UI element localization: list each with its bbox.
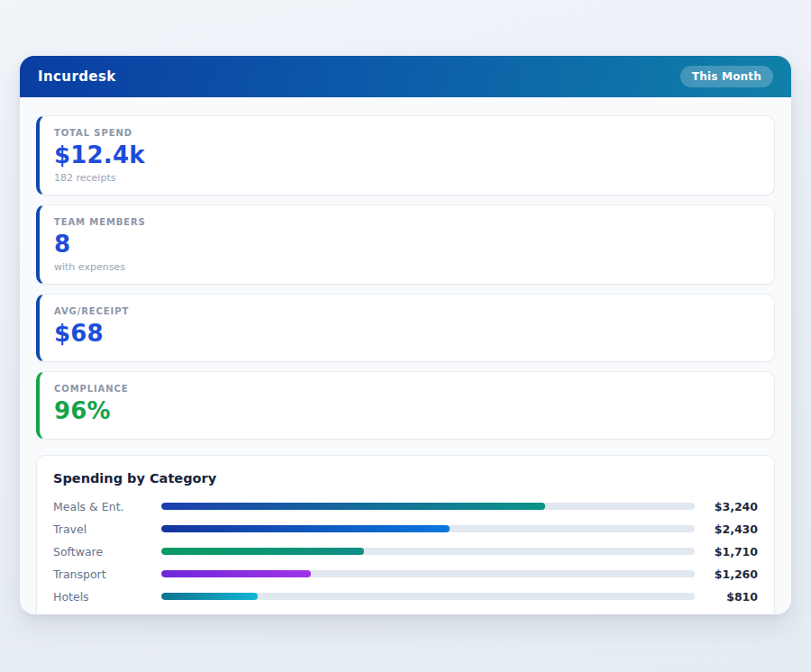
bar-value: $2,430 [695,522,758,536]
chart-row-hotels: Hotels $810 [53,586,758,608]
chart-row-software: Software $1,710 [53,540,758,563]
bar-meals [161,503,545,510]
bar-track [161,570,695,577]
chart-row-transport: Transport $1,260 [53,563,758,586]
period-badge[interactable]: This Month [680,66,773,87]
bar-track [161,525,695,532]
bar-track [161,548,695,555]
chart-title: Spending by Category [53,471,758,486]
bar-value: $3,240 [695,500,758,513]
stat-card-total-spend: TOTAL SPEND $12.4k 182 receipts [36,115,775,195]
bar-value: $1,710 [695,545,758,558]
stat-card-avg-receipt: AVG/RECEIPT $68 [36,294,775,362]
app-header: Incurdesk This Month [20,56,791,97]
stat-label: COMPLIANCE [54,384,758,394]
category-label: Transport [53,568,161,581]
bar-hotels [161,593,258,600]
category-label: Meals & Ent. [53,500,161,513]
bar-value: $1,260 [695,568,758,581]
stat-value: 8 [54,232,758,259]
chart-row-meals: Meals & Ent. $3,240 [53,495,758,518]
stat-label: AVG/RECEIPT [54,306,758,316]
bar-value: $810 [695,590,758,604]
stat-card-team-members: TEAM MEMBERS 8 with expenses [36,204,775,285]
stat-subtitle: with expenses [54,261,758,273]
category-label: Hotels [53,590,161,604]
category-label: Software [53,545,161,558]
stat-value: $12.4k [54,142,758,169]
chart-row-travel: Travel $2,430 [53,518,758,540]
bar-software [161,548,364,555]
spending-by-category-card: Spending by Category Meals & Ent. $3,240… [36,455,775,614]
stat-value: $68 [54,321,758,348]
app-title: Incurdesk [38,68,116,85]
dashboard-content: TOTAL SPEND $12.4k 182 receipts TEAM MEM… [20,97,791,614]
dashboard-panel: Incurdesk This Month TOTAL SPEND $12.4k … [20,56,791,614]
stat-label: TEAM MEMBERS [54,217,758,227]
bar-track [161,593,695,600]
category-label: Travel [53,522,161,536]
bar-track [161,503,695,510]
bar-travel [161,525,450,532]
stat-value: 96% [54,398,758,425]
bar-transport [161,570,311,577]
stat-card-compliance: COMPLIANCE 96% [36,371,775,440]
stat-subtitle: 182 receipts [54,172,758,184]
stat-label: TOTAL SPEND [54,128,758,138]
